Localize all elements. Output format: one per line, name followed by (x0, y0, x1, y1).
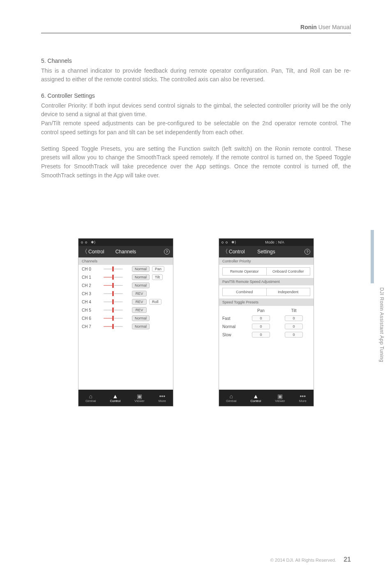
back-label[interactable]: Control (229, 249, 245, 255)
tab-viewer[interactable]: ▣Viewer (275, 393, 285, 403)
header-suffix: User Manual (318, 24, 351, 30)
tab-control[interactable]: ▲Control (250, 393, 261, 403)
side-label: DJI Ronin Assistant App Tuning (379, 287, 385, 362)
brand: Ronin (300, 24, 317, 30)
axis-button[interactable]: Pan (152, 266, 164, 272)
direction-toggle[interactable]: Normal (132, 274, 150, 280)
direction-toggle[interactable]: REV (132, 307, 147, 313)
speed-independent[interactable]: Independent (266, 288, 311, 296)
back-chevron-icon[interactable]: 〈 (222, 248, 228, 255)
channel-label: CH 5 (82, 308, 94, 312)
channel-row: CH 3 ┅┅┅┅┅┅┅┅┅┅ REV (78, 289, 173, 298)
direction-toggle[interactable]: REV (132, 299, 147, 305)
channel-row: CH 7 ┅┅┅┅┅┅┅┅┅┅ Normal (78, 322, 173, 331)
channel-label: CH 4 (82, 300, 94, 304)
axis-button[interactable]: Tilt (152, 274, 163, 280)
help-icon[interactable]: ? (304, 249, 310, 255)
section5-body: This is a channel indicator to provide f… (41, 67, 351, 84)
priority-header: Controller Priority (219, 257, 314, 265)
channel-label: CH 2 (82, 283, 94, 288)
direction-toggle[interactable]: REV (132, 291, 147, 296)
tab-viewer[interactable]: ▣Viewer (134, 393, 144, 403)
tab-more[interactable]: •••More (299, 393, 307, 403)
presets-table: Pan Tilt Fast 0 0 Normal 0 0 Slow 0 0 (219, 306, 314, 341)
channel-slider[interactable]: ┅┅┅┅┅┅┅┅┅┅ (97, 283, 129, 288)
tab-more[interactable]: •••More (159, 393, 166, 403)
signal-dot-icon (85, 241, 87, 243)
direction-toggle[interactable]: Normal (132, 324, 150, 329)
phone-settings: ✱⟩ Mode：N/A 〈 Control Settings ? Control… (219, 238, 314, 407)
channel-row: CH 0 ┅┅┅┅┅┅┅┅┅┅ Normal Pan (78, 265, 173, 273)
preset-pan-input[interactable]: 0 (252, 315, 270, 321)
section5-title: 5. Channels (41, 57, 351, 66)
preset-row: Slow 0 0 (222, 332, 310, 338)
status-mode: Mode：N/A (265, 240, 284, 245)
channel-slider[interactable]: ┅┅┅┅┅┅┅┅┅┅ (97, 266, 129, 271)
help-icon[interactable]: ? (164, 249, 170, 255)
speed-combined[interactable]: Combined (222, 288, 266, 296)
signal-dot-icon (226, 241, 228, 243)
copyright: © 2014 DJI. All Rights Reserved. (270, 558, 336, 563)
preset-tilt-input[interactable]: 0 (285, 315, 303, 321)
preset-pan-input[interactable]: 0 (252, 332, 270, 338)
bluetooth-icon: ✱⟩ (231, 240, 236, 244)
priority-onboard-controller[interactable]: Onboard Controller (266, 267, 311, 276)
channel-label: CH 7 (82, 324, 94, 329)
channel-row: CH 6 ┅┅┅┅┅┅┅┅┅┅ Normal (78, 314, 173, 322)
col-pan: Pan (244, 308, 277, 313)
preset-row: Normal 0 0 (222, 324, 310, 329)
col-tilt: Tilt (277, 308, 310, 313)
preset-label: Slow (222, 333, 244, 337)
tab-gimbal[interactable]: ⌂Gimbal (85, 393, 96, 403)
channel-slider[interactable]: ┅┅┅┅┅┅┅┅┅┅ (97, 308, 129, 312)
speed-segmented: Combined Independent (222, 288, 310, 296)
channel-row: CH 1 ┅┅┅┅┅┅┅┅┅┅ Normal Tilt (78, 273, 173, 281)
channel-label: CH 0 (82, 267, 94, 271)
preset-columns: Pan Tilt (222, 308, 310, 313)
section6-p3: Setting Speed Toggle Presets, you are se… (41, 145, 351, 180)
side-tab (371, 230, 374, 283)
gimbal-icon: ⌂ (85, 393, 96, 399)
settings-body: Controller Priority Remote Operator Onbo… (219, 257, 314, 390)
channel-slider[interactable]: ┅┅┅┅┅┅┅┅┅┅ (97, 299, 129, 304)
channel-slider[interactable]: ┅┅┅┅┅┅┅┅┅┅ (97, 291, 129, 296)
tab-gimbal[interactable]: ⌂Gimbal (226, 393, 236, 403)
section6-p2: Pan/Tilt remote speed adjustments can be… (41, 119, 351, 137)
footer: © 2014 DJI. All Rights Reserved. 21 (270, 556, 351, 563)
more-icon: ••• (299, 393, 307, 399)
speed-header: Pan/Tilt Remote Speed Adjustment (219, 278, 314, 285)
channel-slider[interactable]: ┅┅┅┅┅┅┅┅┅┅ (97, 324, 129, 329)
status-bar: ✱⟩ (78, 239, 173, 246)
priority-remote-operator[interactable]: Remote Operator (222, 267, 266, 276)
gimbal-icon: ⌂ (226, 393, 236, 399)
header-rule (41, 33, 351, 33)
preset-tilt-input[interactable]: 0 (285, 324, 303, 329)
back-label[interactable]: Control (88, 249, 104, 255)
channels-section-header: Channels (78, 257, 173, 265)
bluetooth-icon: ✱⟩ (91, 240, 96, 244)
priority-segmented: Remote Operator Onboard Controller (222, 267, 310, 276)
channel-slider[interactable]: ┅┅┅┅┅┅┅┅┅┅ (97, 316, 129, 321)
signal-dot-icon (221, 241, 224, 243)
tab-bar: ⌂Gimbal ▲Control ▣Viewer •••More (78, 390, 173, 406)
content: 5. Channels This is a channel indicator … (41, 49, 351, 180)
nav-bar: 〈 Control Settings ? (219, 246, 314, 257)
axis-button[interactable]: Roll (149, 299, 161, 305)
channel-label: CH 1 (82, 275, 94, 280)
preset-pan-input[interactable]: 0 (252, 324, 270, 329)
section6-title: 6. Controller Settings (41, 92, 351, 101)
joystick-icon: ▲ (250, 393, 261, 399)
preset-tilt-input[interactable]: 0 (285, 332, 303, 338)
preset-label: Fast (222, 316, 244, 321)
channel-label: CH 3 (82, 292, 94, 296)
channel-slider[interactable]: ┅┅┅┅┅┅┅┅┅┅ (97, 275, 129, 280)
presets-header: Speed Toggle Presets (219, 299, 314, 306)
direction-toggle[interactable]: Normal (132, 266, 150, 272)
tab-control[interactable]: ▲Control (110, 393, 120, 403)
channel-row: CH 4 ┅┅┅┅┅┅┅┅┅┅ REV Roll (78, 298, 173, 306)
viewer-icon: ▣ (275, 393, 285, 399)
channel-row: CH 5 ┅┅┅┅┅┅┅┅┅┅ REV (78, 306, 173, 314)
direction-toggle[interactable]: Normal (132, 283, 150, 288)
back-chevron-icon[interactable]: 〈 (82, 248, 88, 255)
direction-toggle[interactable]: Normal (132, 315, 150, 321)
